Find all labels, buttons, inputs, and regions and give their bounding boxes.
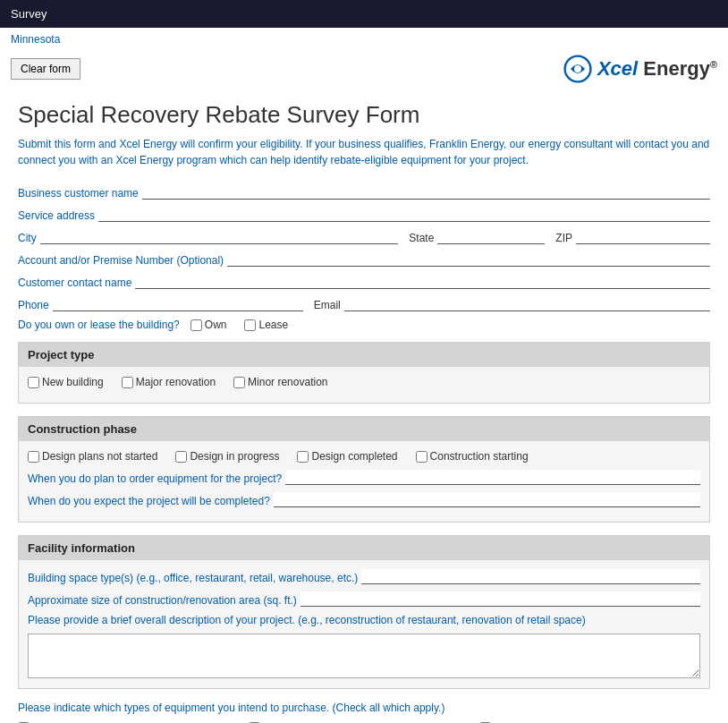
project-type-section: Project type New building Major renovati… <box>18 342 710 404</box>
zip-input[interactable] <box>576 229 710 244</box>
building-space-input[interactable] <box>361 569 700 584</box>
customer-contact-name-label: Customer contact name <box>18 276 131 289</box>
description-row: Please provide a brief overall descripti… <box>28 614 700 681</box>
logo: Xcel Energy® <box>563 55 717 83</box>
intro-text: Submit this form and Xcel Energy will co… <box>18 136 710 168</box>
state-label: Minnesota <box>11 33 60 46</box>
facility-info-content: Building space type(s) (e.g., office, re… <box>19 560 709 688</box>
new-building-checkbox[interactable] <box>28 377 39 388</box>
form-title: Special Recovery Rebate Survey Form <box>18 101 710 129</box>
project-type-options: New building Major renovation Minor reno… <box>28 376 700 388</box>
city-state-zip-row: City State ZIP <box>18 229 710 244</box>
new-building-label: New building <box>42 376 104 388</box>
phone-email-row: Phone Email <box>18 296 710 311</box>
equipment-title: Please indicate which types of equipment… <box>18 702 710 714</box>
design-completed-option: Design completed <box>297 450 397 463</box>
logo-reg: ® <box>710 59 717 70</box>
new-building-option: New building <box>28 376 104 388</box>
phone-label: Phone <box>18 299 49 311</box>
state-input[interactable] <box>437 229 545 244</box>
project-completed-question: When do you expect the project will be c… <box>28 495 270 507</box>
construction-phase-header: Construction phase <box>19 417 709 441</box>
email-static-label: Email <box>314 299 341 311</box>
project-completed-input[interactable] <box>274 492 700 507</box>
form-wrapper: Special Recovery Rebate Survey Form Subm… <box>0 90 728 723</box>
project-completed-row: When do you expect the project will be c… <box>28 492 700 507</box>
top-bar-label: Survey <box>11 7 47 21</box>
own-label: Own <box>205 319 227 331</box>
service-address-row: Service address <box>18 207 710 222</box>
construction-phase-options: Design plans not started Design in progr… <box>28 450 700 463</box>
major-renovation-option: Major renovation <box>122 376 216 388</box>
description-textarea[interactable] <box>28 634 700 678</box>
design-not-started-label: Design plans not started <box>42 450 157 463</box>
own-checkbox-item: Own <box>190 319 227 331</box>
approx-size-row: Approximate size of construction/renovat… <box>28 591 700 607</box>
lease-label: Lease <box>258 319 288 331</box>
state-static-label: State <box>409 232 434 244</box>
email-input[interactable] <box>344 296 710 311</box>
order-equipment-question: When you do plan to order equipment for … <box>28 472 282 485</box>
minor-renovation-option: Minor renovation <box>233 376 327 388</box>
business-customer-name-label: Business customer name <box>18 187 139 200</box>
facility-info-header: Facility information <box>19 536 709 560</box>
business-customer-name-row: Business customer name <box>18 184 710 200</box>
lease-checkbox-item: Lease <box>244 319 288 331</box>
account-premise-row: Account and/or Premise Number (Optional) <box>18 251 710 267</box>
sub-bar: Minnesota <box>0 28 728 51</box>
description-label: Please provide a brief overall descripti… <box>28 614 697 626</box>
design-not-started-option: Design plans not started <box>28 450 157 463</box>
design-in-progress-checkbox[interactable] <box>175 451 187 463</box>
clear-form-bar: Clear form Xcel Energy® <box>0 51 728 90</box>
xcel-logo-icon <box>563 55 592 83</box>
major-renovation-checkbox[interactable] <box>122 377 133 388</box>
project-type-header: Project type <box>19 343 709 367</box>
zip-static-label: ZIP <box>555 232 572 244</box>
building-space-row: Building space type(s) (e.g., office, re… <box>28 569 700 584</box>
construction-starting-option: Construction starting <box>416 450 529 463</box>
business-customer-name-input[interactable] <box>142 184 710 200</box>
city-label: City <box>18 232 37 244</box>
customer-contact-name-input[interactable] <box>135 274 710 289</box>
logo-text: Xcel Energy® <box>597 57 717 81</box>
top-bar: Survey <box>0 0 728 28</box>
order-equipment-row: When you do plan to order equipment for … <box>28 470 700 485</box>
major-renovation-label: Major renovation <box>136 376 216 388</box>
design-not-started-checkbox[interactable] <box>28 451 39 463</box>
construction-phase-section: Construction phase Design plans not star… <box>18 416 710 523</box>
clear-form-button[interactable]: Clear form <box>11 58 80 80</box>
customer-contact-name-row: Customer contact name <box>18 274 710 289</box>
approx-size-input[interactable] <box>301 591 700 607</box>
own-lease-row: Do you own or lease the building? Own Le… <box>18 319 710 331</box>
construction-starting-label: Construction starting <box>430 450 529 463</box>
approx-size-label: Approximate size of construction/renovat… <box>28 594 297 607</box>
design-completed-label: Design completed <box>311 450 397 463</box>
facility-info-section: Facility information Building space type… <box>18 535 710 689</box>
service-address-label: Service address <box>18 209 95 222</box>
design-in-progress-option: Design in progress <box>175 450 279 463</box>
city-input[interactable] <box>40 229 399 244</box>
account-premise-label: Account and/or Premise Number (Optional) <box>18 254 224 267</box>
svg-point-1 <box>574 65 581 72</box>
minor-renovation-checkbox[interactable] <box>233 377 245 388</box>
building-space-label: Building space type(s) (e.g., office, re… <box>28 572 358 584</box>
construction-phase-content: Design plans not started Design in progr… <box>19 441 709 522</box>
design-in-progress-label: Design in progress <box>190 450 279 463</box>
construction-starting-checkbox[interactable] <box>416 451 427 463</box>
lease-checkbox[interactable] <box>244 319 256 331</box>
minor-renovation-label: Minor renovation <box>248 376 327 388</box>
service-address-input[interactable] <box>98 207 710 222</box>
order-equipment-input[interactable] <box>285 470 700 485</box>
design-completed-checkbox[interactable] <box>297 451 309 463</box>
own-lease-question: Do you own or lease the building? <box>18 319 180 331</box>
equipment-section: Please indicate which types of equipment… <box>18 702 710 723</box>
account-premise-input[interactable] <box>227 251 710 267</box>
own-checkbox[interactable] <box>190 319 202 331</box>
phone-input[interactable] <box>53 296 303 311</box>
project-type-content: New building Major renovation Minor reno… <box>19 367 709 403</box>
